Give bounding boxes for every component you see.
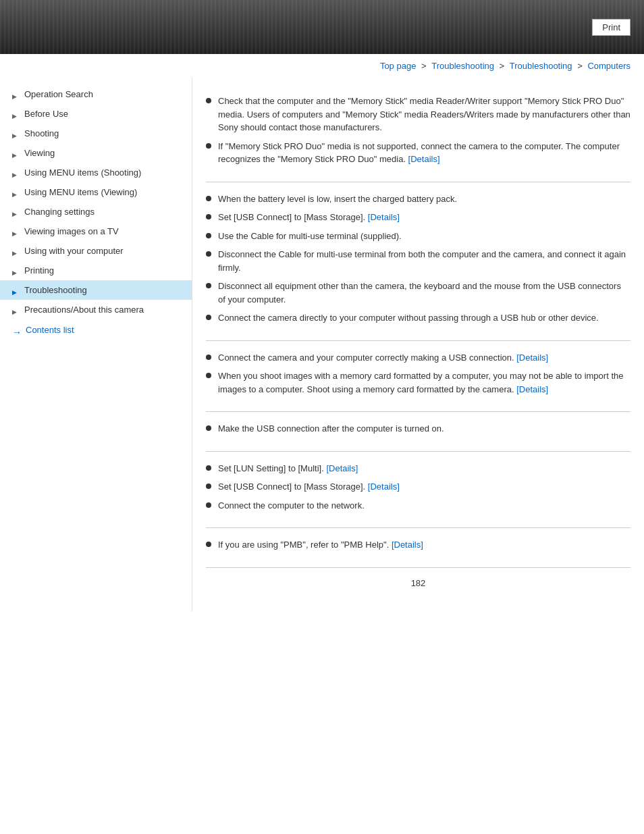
- contents-list-link[interactable]: Contents list: [0, 319, 192, 340]
- details-link[interactable]: [Details]: [368, 212, 400, 222]
- list-item-text: If "Memory Stick PRO Duo" media is not s…: [218, 140, 630, 166]
- list-item-text: Connect the camera directly to your comp…: [218, 311, 599, 325]
- bullet-icon: [206, 542, 211, 547]
- list-item-text: Disconnect all equipment other than the …: [218, 280, 630, 306]
- breadcrumb-computers[interactable]: Computers: [587, 61, 630, 71]
- details-link[interactable]: [Details]: [392, 540, 423, 550]
- bullet-list-usb: When the battery level is low, insert th…: [206, 192, 630, 325]
- details-link[interactable]: [Details]: [368, 481, 400, 492]
- arrow-icon: [12, 306, 20, 314]
- sidebar-label: Using MENU items (Viewing): [24, 187, 137, 197]
- arrow-right-icon: [12, 327, 23, 334]
- list-item: Make the USB connection after the comput…: [206, 422, 630, 436]
- sidebar-label: Shooting: [24, 128, 59, 138]
- list-item-text: When the battery level is low, insert th…: [218, 192, 457, 206]
- section-lun-setting: Set [LUN Setting] to [Multi]. [Details] …: [206, 452, 630, 529]
- sidebar-item-menu-shooting[interactable]: Using MENU items (Shooting): [0, 163, 192, 182]
- sidebar-item-viewing-tv[interactable]: Viewing images on a TV: [0, 221, 192, 241]
- sidebar-item-precautions[interactable]: Precautions/About this camera: [0, 300, 192, 319]
- list-item: Set [LUN Setting] to [Multi]. [Details]: [206, 462, 630, 475]
- breadcrumb-troubleshooting-2[interactable]: Troubleshooting: [510, 61, 572, 71]
- arrow-icon: [12, 286, 20, 294]
- bullet-icon: [206, 143, 211, 149]
- breadcrumb-sep-3: >: [577, 61, 585, 71]
- list-item-text: Set [USB Connect] to [Mass Storage]. [De…: [218, 480, 400, 494]
- print-button[interactable]: Print: [592, 19, 630, 36]
- section-usb-connection: When the battery level is low, insert th…: [206, 182, 630, 341]
- contents-list-label: Contents list: [26, 325, 74, 335]
- bullet-list-memory-stick: Check that the computer and the "Memory …: [206, 95, 630, 166]
- bullet-icon: [206, 214, 211, 219]
- arrow-icon: [12, 188, 20, 197]
- sidebar: Operation Search Before Use Shooting Vie…: [0, 78, 192, 612]
- sidebar-item-printing[interactable]: Printing: [0, 261, 192, 280]
- list-item-text: Connect the computer to the network.: [218, 499, 365, 513]
- sidebar-label: Before Use: [24, 109, 68, 119]
- bullet-icon: [206, 283, 211, 288]
- sidebar-item-menu-viewing[interactable]: Using MENU items (Viewing): [0, 182, 192, 202]
- sidebar-label: Viewing: [24, 148, 55, 158]
- list-item: When the battery level is low, insert th…: [206, 192, 630, 206]
- arrow-icon: [12, 130, 20, 138]
- bullet-icon: [206, 465, 211, 471]
- list-item-text: When you shoot images with a memory card…: [218, 369, 630, 396]
- arrow-icon: [12, 149, 20, 157]
- list-item: Use the Cable for multi-use terminal (su…: [206, 230, 630, 243]
- list-item-text: Set [LUN Setting] to [Multi]. [Details]: [218, 462, 358, 475]
- sidebar-item-using-computer[interactable]: Using with your computer: [0, 241, 192, 261]
- breadcrumb-troubleshooting-1[interactable]: Troubleshooting: [431, 61, 494, 71]
- bullet-icon: [206, 373, 211, 378]
- list-item-text: Make the USB connection after the comput…: [218, 422, 444, 436]
- sidebar-item-operation-search[interactable]: Operation Search: [0, 84, 192, 104]
- header: Print: [0, 0, 644, 54]
- details-link[interactable]: [Details]: [516, 353, 548, 363]
- sidebar-item-troubleshooting[interactable]: Troubleshooting: [0, 280, 192, 300]
- arrow-icon: [12, 228, 20, 236]
- arrow-icon: [12, 247, 20, 255]
- list-item: Connect the camera directly to your comp…: [206, 311, 630, 325]
- bullet-icon: [206, 425, 211, 431]
- bullet-icon: [206, 315, 211, 320]
- sidebar-item-shooting[interactable]: Shooting: [0, 124, 192, 143]
- arrow-icon: [12, 169, 20, 177]
- sidebar-item-changing-settings[interactable]: Changing settings: [0, 202, 192, 221]
- sidebar-label: Using with your computer: [24, 246, 124, 256]
- list-item-text: Use the Cable for multi-use terminal (su…: [218, 230, 402, 243]
- bullet-icon: [206, 233, 211, 238]
- breadcrumb-top-page[interactable]: Top page: [380, 61, 417, 71]
- list-item-text: Connect the camera and your computer cor…: [218, 351, 548, 365]
- page-number: 182: [206, 568, 630, 598]
- list-item: Connect the computer to the network.: [206, 499, 630, 513]
- bullet-icon: [206, 251, 211, 257]
- details-link[interactable]: [Details]: [326, 463, 358, 473]
- sidebar-label: Using MENU items (Shooting): [24, 167, 141, 178]
- header-stripes: [0, 0, 644, 54]
- breadcrumb: Top page > Troubleshooting > Troubleshoo…: [0, 54, 644, 78]
- bullet-list-computer-on: Make the USB connection after the comput…: [206, 422, 630, 436]
- sidebar-label: Changing settings: [24, 207, 95, 217]
- bullet-icon: [206, 484, 211, 489]
- main-content: Check that the computer and the "Memory …: [192, 78, 644, 612]
- list-item: Disconnect the Cable for multi-use termi…: [206, 248, 630, 274]
- section-pmb: If you are using "PMB", refer to "PMB He…: [206, 528, 630, 568]
- sidebar-label: Printing: [24, 265, 54, 276]
- breadcrumb-sep-2: >: [500, 61, 507, 71]
- details-link[interactable]: [Details]: [408, 154, 440, 164]
- sidebar-label: Operation Search: [24, 89, 93, 99]
- arrow-icon: [12, 90, 20, 99]
- details-link[interactable]: [Details]: [516, 384, 548, 394]
- list-item: Check that the computer and the "Memory …: [206, 95, 630, 134]
- bullet-list-import: Connect the camera and your computer cor…: [206, 351, 630, 396]
- section-memory-stick: Check that the computer and the "Memory …: [206, 84, 630, 182]
- section-import-images: Connect the camera and your computer cor…: [206, 341, 630, 413]
- sidebar-item-before-use[interactable]: Before Use: [0, 104, 192, 124]
- bullet-icon: [206, 355, 211, 360]
- list-item: Set [USB Connect] to [Mass Storage]. [De…: [206, 480, 630, 494]
- list-item-text: Disconnect the Cable for multi-use termi…: [218, 248, 630, 274]
- list-item: Connect the camera and your computer cor…: [206, 351, 630, 365]
- bullet-list-lun: Set [LUN Setting] to [Multi]. [Details] …: [206, 462, 630, 513]
- list-item: Disconnect all equipment other than the …: [206, 280, 630, 306]
- sidebar-label: Viewing images on a TV: [24, 226, 119, 236]
- bullet-icon: [206, 98, 211, 103]
- sidebar-item-viewing[interactable]: Viewing: [0, 143, 192, 163]
